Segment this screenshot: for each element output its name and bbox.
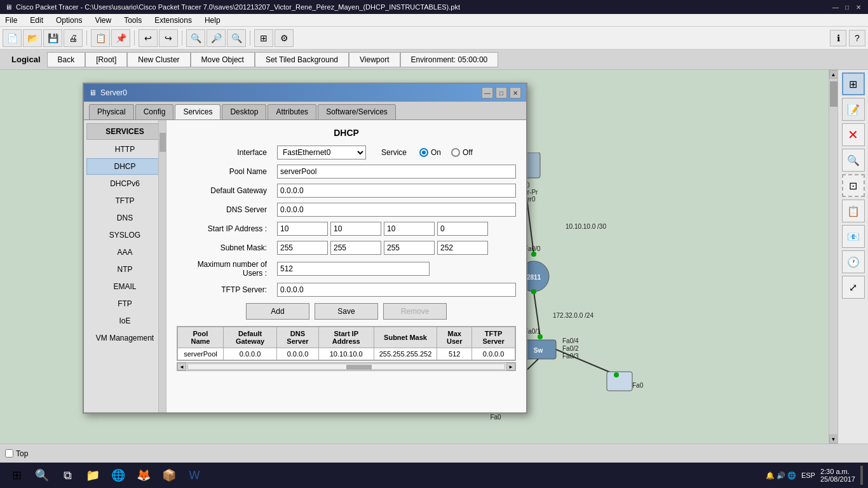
resize-btn[interactable]: ⤢ bbox=[842, 276, 865, 299]
minimize-window-btn[interactable]: — bbox=[831, 3, 840, 11]
file-explorer-btn[interactable]: 📁 bbox=[81, 464, 104, 487]
sidebar-scrollbar[interactable] bbox=[158, 120, 166, 412]
subnet-2[interactable] bbox=[330, 241, 381, 255]
viewport-btn[interactable]: Viewport bbox=[349, 52, 400, 67]
tab-attributes[interactable]: Attributes bbox=[268, 104, 316, 119]
edge-btn[interactable]: 🌐 bbox=[107, 464, 130, 487]
scroll-track[interactable] bbox=[187, 363, 505, 370]
tab-physical[interactable]: Physical bbox=[89, 104, 134, 119]
top-checkbox-input[interactable] bbox=[5, 449, 13, 458]
service-dhcpv6[interactable]: DHCPv6 bbox=[86, 175, 163, 192]
dialog-close-btn[interactable]: ✕ bbox=[510, 87, 521, 98]
zoom-in-btn[interactable]: 🔎 bbox=[207, 29, 226, 47]
canvas-area[interactable]: Fa0 Server-Pr Server0 10.10.10.0 /30 Fa0… bbox=[0, 70, 829, 444]
close-window-btn[interactable]: ✕ bbox=[854, 3, 863, 11]
table-row[interactable]: serverPool 0.0.0.0 0.0.0.0 10.10.10.0 25… bbox=[178, 348, 515, 360]
new-btn[interactable]: 📄 bbox=[3, 29, 22, 47]
clock-btn[interactable]: 🕐 bbox=[842, 250, 865, 273]
help-toolbar-btn[interactable]: ? bbox=[849, 30, 865, 46]
note3-btn[interactable]: 📧 bbox=[842, 225, 865, 248]
service-vm[interactable]: VM Management bbox=[86, 330, 163, 346]
service-http[interactable]: HTTP bbox=[86, 141, 163, 158]
root-btn[interactable]: [Root] bbox=[85, 52, 127, 67]
custom-btn[interactable]: ⚙ bbox=[275, 29, 294, 47]
maximize-window-btn[interactable]: □ bbox=[843, 3, 851, 11]
move-object-btn[interactable]: Move Object bbox=[191, 52, 255, 67]
pool-name-input[interactable] bbox=[277, 165, 516, 179]
dialog-minimize-btn[interactable]: — bbox=[482, 87, 493, 98]
tab-desktop[interactable]: Desktop bbox=[222, 104, 266, 119]
tftp-server-input[interactable] bbox=[277, 283, 516, 297]
canvas-scrollbar[interactable]: ▲ ▼ bbox=[829, 70, 837, 444]
new-cluster-btn[interactable]: New Cluster bbox=[127, 52, 190, 67]
dhcp-table-container[interactable]: Pool Name Default Gateway DNS Server Sta… bbox=[177, 326, 516, 361]
start-ip-4[interactable] bbox=[437, 222, 488, 236]
scroll-down-btn[interactable]: ▼ bbox=[829, 435, 838, 444]
undo-btn[interactable]: ↩ bbox=[139, 29, 158, 47]
service-dhcp[interactable]: DHCP bbox=[86, 158, 163, 175]
open-btn[interactable]: 📂 bbox=[23, 29, 42, 47]
subnet-3[interactable] bbox=[384, 241, 435, 255]
default-gateway-input[interactable] bbox=[277, 184, 516, 198]
service-ioe[interactable]: IoE bbox=[86, 313, 163, 329]
menu-edit[interactable]: Edit bbox=[27, 16, 46, 25]
top-checkbox-label[interactable]: Top bbox=[5, 449, 28, 458]
cisco-app-btn[interactable]: 📦 bbox=[158, 464, 180, 487]
max-users-input[interactable] bbox=[277, 262, 430, 276]
set-tiled-bg-btn[interactable]: Set Tiled Background bbox=[255, 52, 349, 67]
note-btn[interactable]: 📝 bbox=[842, 98, 865, 121]
zoom-btn[interactable]: 🔍 bbox=[186, 29, 205, 47]
task-view-btn[interactable]: ⧉ bbox=[56, 464, 79, 487]
note2-btn[interactable]: 📋 bbox=[842, 200, 865, 222]
back-btn[interactable]: Back bbox=[47, 52, 86, 67]
service-dns[interactable]: DNS bbox=[86, 210, 163, 226]
menu-extensions[interactable]: Extensions bbox=[152, 16, 194, 25]
start-ip-3[interactable] bbox=[384, 222, 435, 236]
service-ftp[interactable]: FTP bbox=[86, 295, 163, 312]
interface-select[interactable]: FastEthernet0 bbox=[277, 146, 366, 159]
paste-btn[interactable]: 📌 bbox=[111, 29, 130, 47]
dns-server-input[interactable] bbox=[277, 203, 516, 217]
scroll-right-arrow[interactable]: ► bbox=[506, 363, 515, 370]
start-ip-1[interactable] bbox=[277, 222, 328, 236]
show-desktop-btn[interactable] bbox=[860, 466, 863, 485]
zoom-tool-btn[interactable]: 🔍 bbox=[842, 149, 865, 172]
grid-btn[interactable]: ⊞ bbox=[254, 29, 273, 47]
search-btn[interactable]: 🔍 bbox=[31, 464, 53, 487]
zoom-out-btn[interactable]: 🔍 bbox=[227, 29, 246, 47]
menu-tools[interactable]: Tools bbox=[121, 16, 144, 25]
start-btn[interactable]: ⊞ bbox=[5, 464, 28, 487]
tab-config[interactable]: Config bbox=[135, 104, 174, 119]
service-syslog[interactable]: SYSLOG bbox=[86, 227, 163, 243]
add-btn[interactable]: Add bbox=[246, 303, 309, 320]
start-ip-2[interactable] bbox=[330, 222, 381, 236]
service-aaa[interactable]: AAA bbox=[86, 244, 163, 261]
delete-btn[interactable]: ✕ bbox=[842, 123, 865, 146]
save-record-btn[interactable]: Save bbox=[315, 303, 378, 320]
radio-off[interactable]: Off bbox=[451, 148, 473, 157]
tab-services[interactable]: Services bbox=[175, 104, 220, 119]
info-btn[interactable]: ℹ bbox=[830, 30, 846, 46]
menu-help[interactable]: Help bbox=[202, 16, 223, 25]
menu-view[interactable]: View bbox=[92, 16, 114, 25]
remove-btn[interactable]: Remove bbox=[383, 303, 447, 320]
scroll-up-btn[interactable]: ▲ bbox=[829, 70, 838, 79]
environment-btn[interactable]: Environment: 05:00:00 bbox=[400, 52, 499, 67]
tab-software-services[interactable]: Software/Services bbox=[318, 104, 396, 119]
subnet-1[interactable] bbox=[277, 241, 328, 255]
firefox-btn[interactable]: 🦊 bbox=[132, 464, 155, 487]
redo-btn[interactable]: ↪ bbox=[159, 29, 178, 47]
copy-btn[interactable]: 📋 bbox=[91, 29, 110, 47]
table-scrollbar[interactable]: ◄ ► bbox=[177, 362, 516, 371]
menu-options[interactable]: Options bbox=[53, 16, 85, 25]
menu-file[interactable]: File bbox=[3, 16, 20, 25]
service-email[interactable]: EMAIL bbox=[86, 278, 163, 295]
save-btn[interactable]: 💾 bbox=[43, 29, 62, 47]
word-btn[interactable]: W bbox=[183, 464, 206, 487]
print-btn[interactable]: 🖨 bbox=[64, 29, 83, 47]
select-tool-btn[interactable]: ⊞ bbox=[842, 72, 865, 95]
scroll-left-arrow[interactable]: ◄ bbox=[177, 363, 186, 370]
dashed-rect-btn[interactable]: ⊡ bbox=[842, 174, 865, 197]
radio-on[interactable]: On bbox=[419, 148, 441, 157]
subnet-4[interactable] bbox=[437, 241, 488, 255]
